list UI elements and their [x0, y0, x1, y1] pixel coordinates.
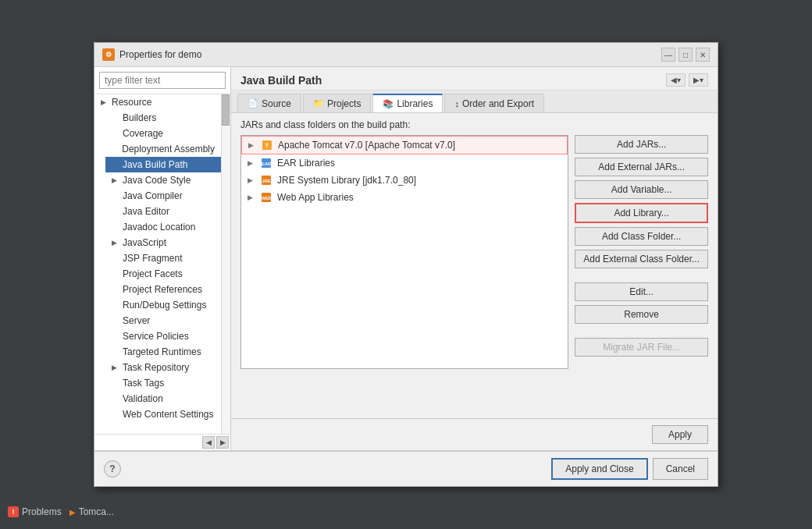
cancel-button[interactable]: Cancel [653, 458, 708, 480]
chevron-icon: ▶ [112, 364, 119, 371]
problems-icon: ! [8, 506, 19, 517]
ear-icon: EAR [260, 157, 272, 169]
sidebar-item-coverage[interactable]: Coverage [105, 126, 221, 141]
sidebar-item-label: Validation [123, 393, 163, 404]
dialog-icon: ⚙ [102, 48, 115, 61]
close-button[interactable]: ✕ [696, 48, 710, 62]
library-item-jre[interactable]: ▶ JRE JRE System Library [jdk1.7.0_80] [241, 172, 568, 189]
sidebar-item-run-debug-settings[interactable]: Run/Debug Settings [105, 297, 221, 313]
library-item-tomcat[interactable]: ▶ T Apache Tomcat v7.0 [Apache Tomcat v7… [241, 136, 568, 154]
library-item-webapp[interactable]: ▶ WEB Web App Libraries [241, 189, 568, 206]
button-spacer [575, 272, 708, 279]
library-item-label: JRE System Library [jdk1.7.0_80] [277, 175, 416, 186]
dialog-body: ▶ Resource Builders Coverage Deployment … [94, 67, 718, 450]
bottom-bar: Apply [231, 418, 718, 450]
scrollbar-thumb[interactable] [222, 94, 230, 126]
build-path-container: ▶ T Apache Tomcat v7.0 [Apache Tomcat v7… [240, 135, 708, 412]
main-header: Java Build Path ◀▾ ▶▾ [231, 67, 718, 91]
add-jars-button[interactable]: Add JARs... [575, 135, 708, 154]
add-external-jars-button[interactable]: Add External JARs... [575, 158, 708, 176]
add-external-class-folder-button[interactable]: Add External Class Folder... [575, 250, 708, 268]
remove-button[interactable]: Remove [575, 305, 708, 324]
jre-icon: JRE [260, 174, 272, 186]
forward-nav-button[interactable]: ▶▾ [689, 73, 708, 87]
apply-button[interactable]: Apply [652, 425, 708, 444]
sidebar-item-java-editor[interactable]: Java Editor [105, 204, 221, 219]
sidebar-item-web-content-settings[interactable]: Web Content Settings [105, 407, 221, 422]
sidebar-item-label: Javadoc Location [123, 222, 195, 233]
svg-text:JRE: JRE [262, 179, 271, 183]
title-bar: ⚙ Properties for demo — □ ✕ [94, 43, 718, 67]
tab-libraries[interactable]: 📚 Libraries [372, 94, 443, 112]
sidebar-item-label: Java Compiler [123, 190, 183, 201]
sidebar-item-validation[interactable]: Validation [105, 391, 221, 407]
sidebar-item-label: Task Repository [123, 362, 189, 373]
sidebar-item-task-tags[interactable]: Task Tags [105, 375, 221, 391]
sidebar-scroll: ▶ Resource Builders Coverage Deployment … [94, 94, 221, 434]
sidebar-item-label: Targeted Runtimes [123, 346, 201, 357]
problems-label: Problems [22, 506, 62, 517]
expand-icon: ▶ [248, 141, 256, 149]
problems-tab[interactable]: ! Problems [8, 506, 62, 517]
library-item-label: EAR Libraries [277, 158, 335, 169]
source-tab-icon: 📄 [248, 98, 258, 108]
sidebar-item-java-build-path[interactable]: Java Build Path [105, 157, 221, 172]
sidebar-item-javadoc-location[interactable]: Javadoc Location [105, 219, 221, 235]
library-item-label: Web App Libraries [277, 192, 354, 203]
filter-input[interactable] [99, 72, 226, 89]
buttons-panel: Add JARs... Add External JARs... Add Var… [575, 135, 708, 412]
sidebar-scrollbar[interactable] [221, 94, 230, 434]
properties-dialog: ⚙ Properties for demo — □ ✕ ▶ Resource [94, 42, 718, 487]
help-button[interactable]: ? [104, 460, 121, 478]
button-spacer [575, 328, 708, 334]
chevron-icon: ▶ [112, 239, 119, 247]
tab-projects[interactable]: 📁 Projects [303, 94, 371, 112]
sidebar-item-label: JSP Fragment [123, 253, 182, 264]
migrate-jar-button[interactable]: Migrate JAR File... [575, 338, 708, 357]
sidebar-item-javascript[interactable]: ▶ JavaScript [105, 235, 221, 250]
back-nav-button[interactable]: ◀▾ [666, 73, 686, 87]
sidebar-item-label: Java Code Style [123, 175, 191, 186]
nav-arrows: ◀▾ ▶▾ [666, 73, 708, 87]
edit-button[interactable]: Edit... [575, 282, 708, 301]
add-library-button[interactable]: Add Library... [575, 203, 708, 223]
sidebar-item-label: Project Facets [123, 268, 183, 279]
tab-order-export-label: Order and Export [462, 98, 534, 109]
apply-and-close-button[interactable]: Apply and Close [551, 458, 647, 480]
footer-right: Apply and Close Cancel [551, 458, 708, 480]
sidebar-item-label: Builders [123, 112, 156, 123]
sidebar-item-server[interactable]: Server [105, 313, 221, 328]
filter-box [94, 67, 230, 94]
sidebar-item-task-repository[interactable]: ▶ Task Repository [105, 360, 221, 375]
sidebar-item-java-code-style[interactable]: ▶ Java Code Style [105, 172, 221, 188]
item-icon: ▶ [69, 508, 76, 517]
add-variable-button[interactable]: Add Variable... [575, 180, 708, 199]
sidebar-item-targeted-runtimes[interactable]: Targeted Runtimes [105, 344, 221, 360]
nav-left-button[interactable]: ◀ [202, 436, 215, 449]
sidebar-item-label: Deployment Assembly [122, 144, 215, 154]
sidebar-item-label: Web Content Settings [123, 409, 214, 420]
library-item-ear[interactable]: ▶ EAR EAR Libraries [241, 154, 568, 172]
sidebar-item-label: Java Build Path [123, 159, 187, 170]
minimize-button[interactable]: — [661, 48, 675, 62]
maximize-button[interactable]: □ [678, 48, 693, 62]
sidebar-item-jsp-fragment[interactable]: JSP Fragment [105, 250, 221, 266]
add-class-folder-button[interactable]: Add Class Folder... [575, 227, 708, 246]
sidebar-item-resource[interactable]: ▶ Resource [94, 94, 221, 110]
nav-right-button[interactable]: ▶ [216, 436, 229, 449]
sidebar-item-deployment-assembly[interactable]: Deployment Assembly [105, 141, 221, 157]
tab-order-export[interactable]: ↕ Order and Export [444, 94, 544, 112]
content-area: JARs and class folders on the build path… [231, 113, 718, 418]
sidebar-item-builders[interactable]: Builders [105, 110, 221, 126]
main-content: Java Build Path ◀▾ ▶▾ 📄 Source 📁 Project… [231, 67, 718, 450]
sidebar-item-project-references[interactable]: Project References [105, 282, 221, 297]
sidebar-item-java-compiler[interactable]: Java Compiler [105, 188, 221, 204]
tomcat-icon: T [261, 139, 273, 151]
sidebar-item-label: Run/Debug Settings [123, 300, 206, 311]
tab-source[interactable]: 📄 Source [237, 94, 301, 112]
sidebar-item-project-facets[interactable]: Project Facets [105, 266, 221, 282]
sidebar-item-label: JavaScript [123, 237, 166, 248]
sidebar-item-service-policies[interactable]: Service Policies [105, 328, 221, 344]
tab-source-label: Source [262, 98, 291, 109]
tab-libraries-label: Libraries [397, 98, 433, 109]
